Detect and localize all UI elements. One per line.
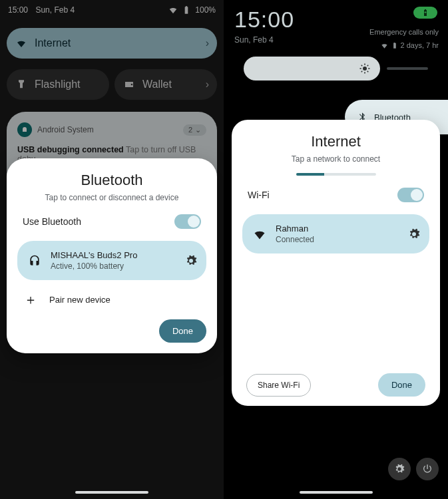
wifi-network-row[interactable]: Rahman Connected (242, 214, 429, 253)
battery-saver-pill[interactable] (413, 7, 437, 19)
qs-tile-label: Wallet (142, 79, 172, 90)
android-icon (17, 122, 32, 137)
power-button[interactable] (416, 458, 439, 480)
done-button[interactable]: Done (159, 319, 206, 343)
modal-subtitle: Tap to connect or disconnect a device (17, 193, 206, 202)
network-status: Connected (276, 235, 314, 244)
notification-expand[interactable]: 2 ⌄ (183, 124, 206, 136)
wifi-icon (168, 5, 178, 15)
modal-title: Bluetooth (17, 172, 206, 189)
share-wifi-button[interactable]: Share Wi-Fi (246, 374, 311, 397)
device-status: Active, 100% battery (51, 261, 137, 271)
flashlight-icon (16, 79, 27, 90)
bluetooth-modal: Bluetooth Tap to connect or disconnect a… (7, 158, 217, 353)
left-screenshot: 15:00 Sun, Feb 4 100% Internet › Flashli… (0, 0, 224, 499)
notif-title: USB debugging connected (17, 145, 124, 154)
battery-saver-icon (421, 9, 429, 17)
qs-tile-label: Flashlight (35, 79, 80, 90)
brightness-slider[interactable] (244, 57, 380, 81)
pair-new-device-row[interactable]: ＋ Pair new device (17, 280, 206, 319)
device-name: MISHAAL's Buds2 Pro (51, 250, 137, 260)
battery-estimate: 2 days, 7 hr (401, 41, 439, 49)
svg-point-0 (363, 67, 367, 71)
modal-title: Internet (242, 133, 429, 150)
power-icon (422, 464, 433, 474)
internet-modal: Internet Tap a network to connect Wi-Fi … (232, 120, 440, 406)
status-time: 15:00 (8, 5, 28, 15)
gear-icon (394, 464, 405, 474)
gear-icon[interactable] (185, 255, 197, 267)
brightness-icon (359, 63, 371, 75)
status-date: Sun, Feb 4 (35, 5, 75, 15)
wifi-icon (381, 42, 388, 49)
battery-percent: 100% (195, 5, 216, 15)
qs-tile-wallet[interactable]: Wallet › (114, 69, 217, 100)
qs-tile-flashlight[interactable]: Flashlight (7, 69, 109, 100)
qs-tile-internet[interactable]: Internet › (7, 28, 217, 59)
battery-icon (391, 42, 398, 49)
modal-subtitle: Tap a network to connect (242, 154, 429, 164)
gear-icon[interactable] (408, 228, 420, 240)
nav-handle[interactable] (300, 491, 373, 494)
bluetooth-toggle[interactable] (174, 214, 201, 229)
wifi-icon (253, 228, 266, 241)
pair-label: Pair new device (49, 295, 111, 305)
wifi-icon (16, 38, 27, 49)
qs-tile-label: Internet (35, 37, 71, 49)
wifi-toggle[interactable] (397, 188, 424, 202)
status-bar: 15:00 Sun, Feb 4 100% (0, 0, 224, 20)
right-screenshot: 15:00 Sun, Feb 4 Emergency calls only 2 … (224, 0, 448, 499)
notification-count: 2 (188, 126, 192, 134)
nav-handle[interactable] (75, 491, 148, 494)
chevron-right-icon: › (206, 37, 209, 49)
emergency-text: Emergency calls only (369, 28, 439, 36)
done-button[interactable]: Done (378, 373, 425, 397)
chevron-right-icon: › (206, 79, 209, 90)
plus-icon: ＋ (24, 291, 37, 309)
wifi-toggle-label: Wi-Fi (248, 190, 270, 200)
battery-icon (182, 5, 191, 15)
settings-button[interactable] (388, 458, 411, 480)
notification-app-name: Android System (37, 125, 94, 134)
bluetooth-toggle-label: Use Bluetooth (23, 216, 81, 227)
wallet-icon (124, 79, 134, 90)
paired-device-row[interactable]: MISHAAL's Buds2 Pro Active, 100% battery (17, 241, 206, 280)
brightness-rail (387, 67, 428, 70)
network-ssid: Rahman (276, 224, 314, 234)
chevron-down-icon: ⌄ (195, 126, 201, 134)
headphones-icon (28, 254, 41, 267)
